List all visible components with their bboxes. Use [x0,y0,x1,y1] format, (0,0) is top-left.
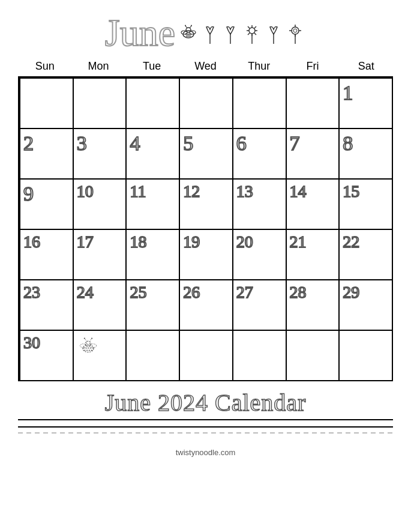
dashed-line [18,432,393,434]
tulip2-icon [221,22,240,44]
calendar-cell-0-3 [179,79,232,128]
cell-number-26: 26 [183,283,200,302]
calendar-row-4: 23242526272829 [19,279,392,330]
calendar-cell-4-3: 26 [179,280,232,330]
cell-number-25: 25 [130,283,146,302]
cell-number-2: 2 [23,132,34,154]
cell-number-8: 8 [343,132,353,154]
calendar-cell-4-0: 23 [19,280,73,330]
calendar-grid: 1234567891011121314151617181920212223242… [18,76,393,381]
cell-number-12: 12 [183,183,200,201]
cell-number-29: 29 [343,283,359,302]
calendar-cell-5-1 [73,331,126,380]
cell-number-28: 28 [290,283,307,302]
cell-number-16: 16 [23,233,40,252]
month-letter-j: J [105,11,120,55]
calendar-row-0: 1 [19,77,392,128]
svg-line-18 [248,26,250,28]
cell-number-17: 17 [77,233,94,252]
cell-number-4: 4 [130,132,140,154]
calendar-cell-3-6: 22 [338,230,392,279]
calendar-cell-1-0: 2 [19,129,73,178]
calendar-cell-3-1: 17 [73,230,126,279]
cell-number-14: 14 [290,183,307,201]
svg-point-35 [89,343,90,344]
cell-number-22: 22 [343,233,359,252]
flower-icon [284,22,306,44]
svg-point-41 [90,344,97,348]
cell-number-1: 1 [343,82,353,104]
bottom-section: June 2024 Calendar [18,388,393,438]
cell-number-24: 24 [77,283,94,302]
svg-line-6 [190,26,191,28]
calendar-row-5: 30 [19,330,392,380]
calendar-cell-4-6: 29 [338,280,392,330]
calendar-cell-0-0 [19,79,73,128]
cell-number-18: 18 [130,233,146,252]
calendar-cell-2-2: 11 [125,180,179,229]
svg-point-39 [91,337,92,339]
cell-number-19: 19 [183,233,200,252]
calendar-cell-5-2 [125,331,179,380]
calendar-cell-0-2 [125,79,179,128]
svg-point-34 [86,343,88,344]
header-tue: Tue [125,58,179,75]
cell-number-10: 10 [77,183,94,201]
cell-number-30: 30 [23,334,40,352]
calendar-cell-5-6 [338,331,392,380]
calendar-cell-1-6: 8 [338,129,392,178]
cell-bee-icon [77,334,100,357]
cell-number-9: 9 [23,183,34,205]
calendar-cell-5-3 [179,331,232,380]
cell-number-21: 21 [290,233,307,252]
calendar-cell-2-3: 12 [179,180,232,229]
calendar-cell-3-5: 21 [286,230,339,279]
cell-number-20: 20 [236,233,253,252]
calendar-cell-3-4: 20 [232,230,286,279]
bottom-title: June 2024 Calendar [18,388,393,420]
svg-point-7 [191,25,192,26]
calendar-cell-3-0: 16 [19,230,73,279]
calendar-row-1: 2345678 [19,128,392,178]
calendar-cell-4-5: 28 [286,280,339,330]
tulip3-icon [264,22,283,44]
month-letter-e: e [158,11,175,55]
header-sun: Sun [18,58,71,75]
tulip1-icon [200,22,220,44]
calendar-cell-2-0: 9 [19,180,73,229]
cell-number-23: 23 [23,283,40,302]
calendar-cell-0-6: 1 [338,79,392,128]
cell-number-3: 3 [77,132,87,154]
title-icons [178,22,306,44]
calendar-cell-1-2: 4 [125,129,179,178]
cell-number-7: 7 [290,132,300,154]
month-letter-u: u [120,11,139,55]
header-fri: Fri [286,58,339,75]
cell-number-5: 5 [183,132,193,154]
calendar-row-2: 9101112131415 [19,178,392,229]
svg-point-13 [249,28,255,34]
calendar-cell-5-5 [286,331,339,380]
header-wed: Wed [179,58,232,75]
calendar-cell-5-4 [232,331,286,380]
calendar-cell-4-4: 27 [232,280,286,330]
svg-line-4 [185,26,187,28]
calendar-cell-2-5: 14 [286,180,339,229]
calendar-cell-3-3: 19 [179,230,232,279]
calendar-cell-0-4 [232,79,286,128]
month-letter-n: n [139,11,158,55]
bee-icon [178,22,199,44]
svg-point-37 [83,337,85,339]
calendar-wrapper: Sun Mon Tue Wed Thur Fri Sat 12345678910… [18,58,393,381]
calendar-cell-2-4: 13 [232,180,286,229]
cell-number-6: 6 [236,132,247,154]
header-thur: Thur [232,58,286,75]
svg-line-21 [248,33,250,35]
calendar-cell-1-4: 6 [232,129,286,178]
calendar-cell-5-0: 30 [19,331,73,380]
calendar-cell-4-1: 24 [73,280,126,330]
cell-number-13: 13 [236,183,253,201]
solid-line [18,426,393,428]
calendar-cell-0-5 [286,79,339,128]
cell-number-11: 11 [130,183,146,201]
